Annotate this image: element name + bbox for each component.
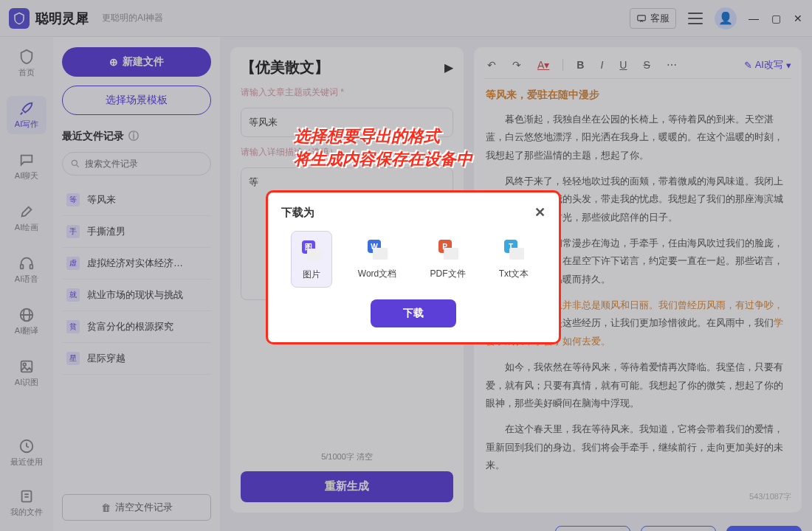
format-label: Txt文本 — [499, 268, 529, 280]
format-icon: T — [501, 237, 526, 262]
format-option-图片[interactable]: 图图片 — [291, 231, 332, 288]
modal-close-button[interactable]: ✕ — [534, 204, 546, 221]
format-option-Word文档[interactable]: WWord文档 — [351, 231, 404, 288]
format-icon: P — [436, 237, 461, 262]
format-option-PDF文件[interactable]: PPDF文件 — [423, 231, 473, 288]
format-options: 图图片WWord文档PPDF文件TTxt文本 — [281, 231, 546, 288]
modal-download-button[interactable]: 下载 — [371, 299, 456, 327]
format-icon: 图 — [299, 237, 324, 263]
modal-title: 下载为 — [281, 206, 314, 220]
download-modal: 下载为 ✕ 图图片WWord文档PPDF文件TTxt文本 下载 — [266, 190, 561, 344]
format-icon: W — [365, 237, 390, 262]
format-label: 图片 — [303, 268, 320, 281]
format-label: PDF文件 — [430, 268, 466, 280]
format-option-Txt文本[interactable]: TTxt文本 — [492, 231, 537, 288]
format-label: Word文档 — [358, 268, 396, 280]
annotation-text: 选择想要导出的格式将生成内容保存在设备中 — [294, 125, 472, 171]
